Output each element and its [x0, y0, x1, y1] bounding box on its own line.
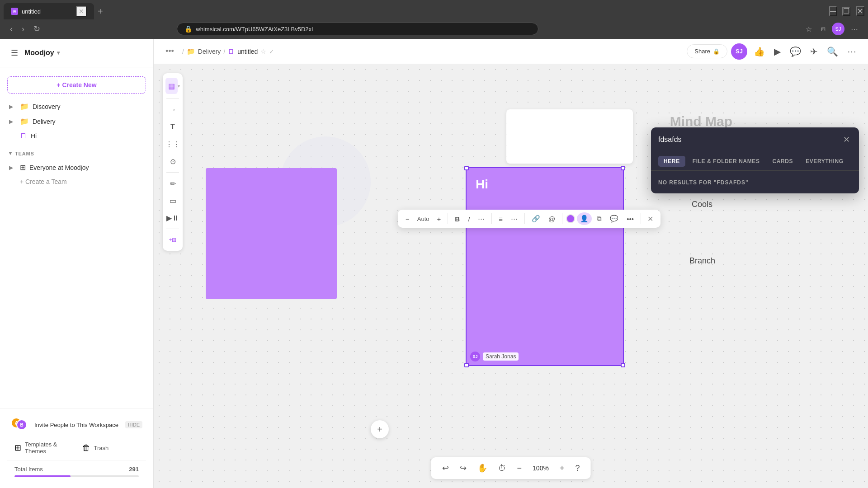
active-browser-tab[interactable]: W untitled ✕ [4, 3, 94, 19]
add-tool-button[interactable]: +⊞ [165, 232, 181, 248]
font-size-increase-button[interactable]: + [434, 213, 444, 225]
menu-more-button[interactable]: ⋯ [844, 43, 859, 60]
breadcrumb-current[interactable]: 🗒 untitled [228, 47, 258, 55]
canvas-shape-hi[interactable]: Hi SJ Sarah Jonas [466, 167, 624, 366]
sidebar-item-everyone[interactable]: ▶ ⊞ Everyone at Moodjoy [4, 160, 150, 175]
total-items-row: Total Items 291 [14, 466, 139, 473]
overflow-button[interactable]: ••• [623, 213, 637, 225]
copy-button[interactable]: ⧉ [594, 212, 605, 225]
new-tab-button[interactable]: + [94, 6, 107, 17]
create-new-button[interactable]: + Create New [7, 76, 146, 94]
close-window-button[interactable]: ✕ [856, 6, 864, 16]
frame-tool-button[interactable]: ▭ [165, 192, 181, 209]
tab-close-button[interactable]: ✕ [76, 6, 87, 17]
toolbar-close-button[interactable]: ✕ [645, 213, 656, 225]
handle-bl[interactable] [464, 363, 469, 367]
arrow-tool-button[interactable]: → [165, 102, 181, 118]
forward-button[interactable]: › [19, 23, 27, 36]
font-size-decrease-button[interactable]: − [402, 213, 413, 225]
list-button[interactable]: ≡ [495, 213, 506, 225]
link-tool-button[interactable]: ⊙ [165, 153, 181, 169]
workspace-name[interactable]: Moodjoy ▾ [24, 49, 60, 57]
text-tool-button[interactable]: T [165, 119, 181, 135]
select-tool[interactable]: ▦ ▾ [164, 76, 182, 96]
address-bar[interactable]: 🔒 whimsical.com/WTpU65WZAtXeZ3LBv5D2xL [177, 23, 538, 35]
search-tab-here[interactable]: HERE [658, 156, 685, 167]
grid-tool-button[interactable]: ⋮⋮ [165, 136, 181, 152]
minimize-button[interactable]: ─ [829, 6, 837, 16]
zoom-in-button[interactable]: + [556, 461, 568, 475]
breadcrumb-folder[interactable]: 📁 Delivery [187, 47, 221, 56]
tool-divider-3 [166, 229, 179, 229]
bold-button[interactable]: B [452, 213, 463, 225]
select-tool-button[interactable]: ▦ [165, 78, 178, 94]
sidebar-item-hi[interactable]: ▶ 🗒 Hi [4, 129, 150, 143]
hand-tool-button[interactable]: ✋ [474, 461, 491, 475]
cools-node[interactable]: Cools [692, 200, 712, 209]
sidebar-item-delivery[interactable]: ▶ 📁 Delivery [4, 114, 150, 129]
font-size-auto[interactable]: Auto [415, 214, 432, 224]
bookmark-button[interactable]: ☆ [803, 23, 815, 35]
reload-button[interactable]: ↻ [31, 22, 43, 36]
list-more-button[interactable]: ⋯ [508, 212, 521, 225]
share-alt-button[interactable]: ✈ [807, 43, 821, 60]
undo-button[interactable]: ↩ [439, 461, 453, 475]
teams-section: ▾ TEAMS [0, 143, 153, 160]
present-button[interactable]: ▶ [771, 43, 783, 60]
user-avatar-button[interactable]: SJ [731, 43, 747, 60]
sidebar-item-discovery[interactable]: ▶ 📁 Discovery [4, 99, 150, 114]
invite-item[interactable]: A B Invite People to This Workspace HIDE [7, 414, 146, 436]
pen-tool-button[interactable]: ✏ [165, 175, 181, 192]
handle-br[interactable] [621, 363, 625, 367]
maximize-button[interactable]: ❐ [842, 7, 850, 16]
branch-node[interactable]: Branch [689, 256, 715, 266]
sidebar-item-label: Hi [31, 132, 144, 140]
handle-tr[interactable] [621, 166, 625, 170]
assign-button[interactable]: 👤 [577, 212, 592, 225]
star-icon[interactable]: ☆ [260, 48, 266, 55]
templates-themes-item[interactable]: ⊞ Templates & Themes [11, 437, 75, 458]
invite-text: Invite People to This Workspace [34, 422, 118, 428]
zoom-out-button[interactable]: − [514, 461, 526, 475]
canvas-shape-left[interactable] [206, 168, 337, 299]
mention-button[interactable]: @ [545, 213, 558, 225]
menu-toggle-button[interactable]: ☰ [9, 46, 20, 60]
share-button[interactable]: Share 🔒 [687, 44, 727, 58]
toolbar-divider-2 [491, 213, 492, 224]
comment-button[interactable]: 💬 [787, 43, 804, 60]
italic-button[interactable]: I [465, 213, 473, 225]
search-button[interactable]: 🔍 [824, 43, 841, 60]
media-tool-button[interactable]: ▶⏸ [165, 210, 181, 226]
add-node-button[interactable]: + [371, 420, 389, 438]
search-tab-cards[interactable]: CARDS [767, 156, 798, 167]
help-button[interactable]: ? [571, 461, 583, 475]
trash-item[interactable]: 🗑 Trash [79, 440, 143, 456]
history-button[interactable]: ⏱ [495, 461, 510, 475]
thumbsup-button[interactable]: 👍 [751, 43, 768, 60]
canvas-area[interactable]: ▦ ▾ → T ⋮⋮ ⊙ ✏ ▭ ▶⏸ +⊞ [154, 64, 868, 488]
comment-inline-button[interactable]: 💬 [607, 212, 622, 225]
more-format-button[interactable]: ⋯ [475, 212, 488, 225]
lock-icon: 🔒 [184, 25, 192, 33]
link-button[interactable]: 🔗 [528, 212, 543, 225]
search-popup-close-button[interactable]: ✕ [841, 133, 852, 146]
profile-icon[interactable]: SJ [832, 23, 844, 35]
color-picker-button[interactable] [566, 214, 575, 223]
back-button[interactable]: ‹ [7, 23, 15, 36]
breadcrumb-doc-name: untitled [237, 48, 258, 55]
handle-tl[interactable] [464, 166, 469, 170]
browser-chrome: W untitled ✕ + ─ ❐ ✕ ‹ › ↻ 🔒 whimsical.c… [0, 0, 868, 39]
search-tab-file-folder[interactable]: FILE & FOLDER NAMES [687, 156, 765, 167]
redo-button[interactable]: ↪ [456, 461, 470, 475]
search-tab-everything[interactable]: EVERYTHING [800, 156, 849, 167]
search-popup-input[interactable] [658, 136, 841, 144]
hide-badge[interactable]: HIDE [125, 421, 142, 428]
sidebar-toggle-button[interactable]: ⧈ [818, 23, 828, 35]
templates-label: Templates & Themes [25, 441, 71, 455]
teams-nav-tree: ▶ ⊞ Everyone at Moodjoy ▶ + Create a Tea… [0, 160, 153, 188]
zoom-level[interactable]: 100% [529, 465, 552, 472]
extensions-button[interactable]: ⋯ [848, 23, 861, 35]
create-team-item[interactable]: ▶ + Create a Team [4, 175, 150, 188]
create-team-label: + Create a Team [20, 178, 144, 185]
more-options-button[interactable]: ••• [163, 45, 177, 58]
